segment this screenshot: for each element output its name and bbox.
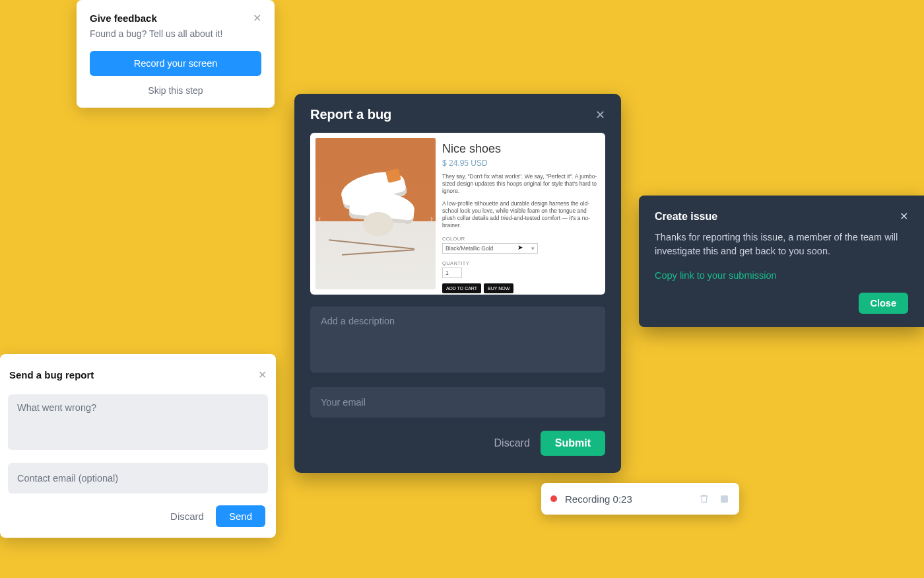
buy-now-button[interactable]: BUY NOW (484, 283, 513, 293)
discard-button[interactable]: Discard (170, 511, 204, 522)
create-issue-title: Create issue (655, 211, 717, 223)
screenshot-preview: ‹ › Nice shoes $ 24.95 USD They say, "Do… (310, 133, 605, 295)
product-price: $ 24.95 USD (442, 159, 597, 168)
close-icon[interactable]: ✕ (258, 369, 267, 381)
colour-label: COLOUR (442, 236, 597, 242)
contact-email-input[interactable] (8, 463, 268, 493)
create-issue-toast: Create issue ✕ Thanks for reporting this… (639, 196, 924, 327)
create-issue-body: Thanks for reporting this issue, a membe… (655, 231, 908, 258)
record-screen-button[interactable]: Record your screen (90, 51, 261, 76)
close-icon[interactable]: ✕ (900, 210, 908, 223)
submit-button[interactable]: Submit (541, 431, 605, 456)
give-feedback-subtitle: Found a bug? Tell us all about it! (90, 28, 261, 39)
stop-icon[interactable] (718, 493, 730, 505)
recording-bar: Recording 0:23 (541, 483, 739, 515)
give-feedback-card: Give feedback ✕ Found a bug? Tell us all… (77, 0, 275, 108)
colour-select[interactable]: Black/Metallic Gold (442, 243, 538, 254)
chevron-left-icon[interactable]: ‹ (318, 214, 321, 223)
product-desc-1: They say, "Don't fix what works". We say… (442, 173, 597, 195)
send-button[interactable]: Send (216, 505, 265, 527)
description-input[interactable] (310, 307, 605, 373)
discard-button[interactable]: Discard (494, 437, 530, 449)
close-icon[interactable]: ✕ (253, 12, 261, 24)
quantity-stepper[interactable]: 1 (442, 268, 462, 278)
trash-icon[interactable] (698, 493, 710, 505)
report-bug-card: Report a bug ✕ ‹ › Nice shoes $ 24.95 US… (294, 94, 621, 473)
product-desc-2: A low-profile silhouette and durable des… (442, 200, 597, 229)
send-bug-title: Send a bug report (9, 369, 94, 380)
quantity-label: QUANTITY (442, 260, 597, 266)
copy-link[interactable]: Copy link to your submission (655, 270, 908, 281)
product-image: ‹ › (315, 138, 436, 289)
close-button[interactable]: Close (859, 293, 909, 314)
product-title: Nice shoes (442, 142, 597, 156)
what-went-wrong-input[interactable] (8, 394, 268, 450)
report-bug-title: Report a bug (310, 107, 391, 122)
skip-step-link[interactable]: Skip this step (90, 85, 261, 96)
record-dot-icon (550, 495, 557, 502)
chevron-right-icon[interactable]: › (430, 214, 433, 223)
cursor-icon: ➤ (517, 244, 523, 251)
email-input[interactable] (310, 387, 605, 417)
send-bug-report-card: Send a bug report ✕ Discard Send (0, 354, 276, 538)
give-feedback-title: Give feedback (90, 13, 157, 24)
recording-label: Recording 0:23 (565, 493, 690, 505)
close-icon[interactable]: ✕ (595, 108, 605, 122)
add-to-cart-button[interactable]: ADD TO CART (442, 283, 481, 293)
